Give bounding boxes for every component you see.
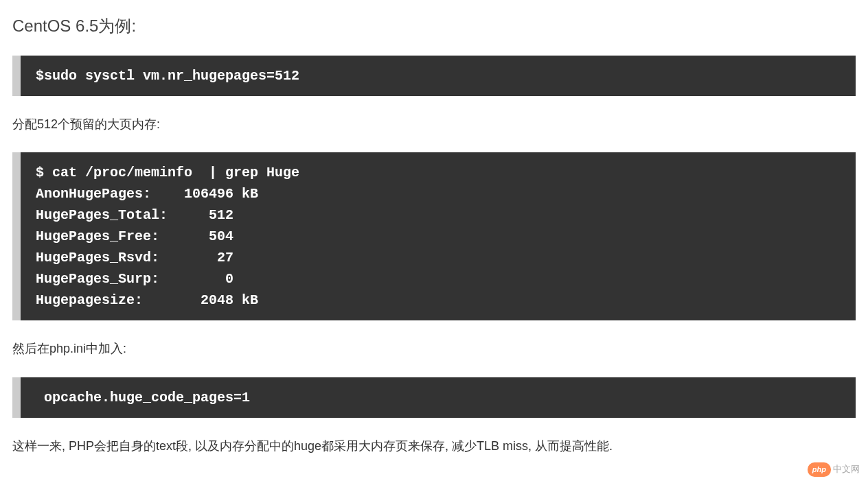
paragraph-alloc: 分配512个预留的大页内存: <box>12 114 856 135</box>
paragraph-phpini: 然后在php.ini中加入: <box>12 338 856 360</box>
code-block-opcache: opcache.huge_code_pages=1 <box>12 377 856 418</box>
watermark: php中文网 <box>808 462 860 477</box>
code-block-meminfo: $ cat /proc/meminfo | grep Huge AnonHuge… <box>12 152 856 320</box>
code-block-sysctl: $sudo sysctl vm.nr_hugepages=512 <box>12 56 856 96</box>
watermark-text: 中文网 <box>833 464 860 474</box>
heading: CentOS 6.5为例: <box>12 12 856 40</box>
paragraph-conclusion: 这样一来, PHP会把自身的text段, 以及内存分配中的huge都采用大内存页… <box>12 436 856 457</box>
watermark-icon: php <box>808 462 831 477</box>
